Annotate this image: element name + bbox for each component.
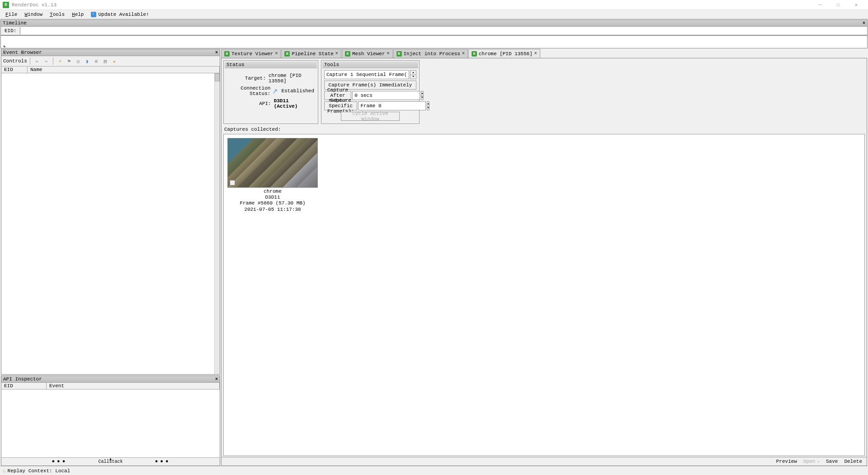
seq-spinner[interactable]: ▲▼ (410, 70, 416, 79)
event-browser-scrollbar[interactable] (214, 73, 220, 374)
dots-icon: ••• (154, 460, 170, 464)
tab-texture-viewer[interactable]: R Texture Viewer × (221, 49, 281, 58)
eid-label: EID: (1, 27, 20, 34)
conn-label: Connection Status: (227, 86, 270, 96)
event-browser-headers: EID Name (1, 66, 220, 73)
chevron-down-icon[interactable]: ▼ (410, 75, 416, 79)
timeline-panel: Timeline × EID: ◣ (0, 19, 868, 48)
col-eid[interactable]: EID (1, 66, 28, 73)
api-inspector-title: API Inspector (3, 376, 42, 382)
flag-icon[interactable]: ⚑ (65, 57, 73, 65)
dots-icon: ••• (51, 460, 67, 464)
clock-icon[interactable]: ◷ (74, 57, 82, 65)
capture-frame: Frame #5860 (57.30 MB) (227, 200, 318, 206)
specific-input[interactable] (358, 101, 426, 110)
capture-name: chrome (227, 189, 318, 195)
save-icon[interactable]: ▤ (101, 57, 109, 65)
tab-icon: R (472, 51, 477, 57)
tab-close-icon[interactable]: × (275, 51, 278, 56)
specific-spinner[interactable]: ▲▼ (427, 101, 429, 110)
bar-chart-icon[interactable]: ▮ (83, 57, 91, 65)
find-icon[interactable]: ⌕ (56, 57, 64, 65)
api-inspector-panel: API Inspector × EID Event ••• ▲ Callstac… (1, 375, 220, 466)
tab-close-icon[interactable]: × (387, 51, 390, 56)
menu-file[interactable]: File (2, 11, 21, 18)
col-name[interactable]: Name (28, 66, 220, 73)
close-button[interactable]: ✕ (847, 0, 865, 10)
captures-footer: Preview Open Save Delete (222, 457, 867, 466)
event-browser-body[interactable] (1, 73, 220, 374)
tab-chrome-pid[interactable]: R chrome [PID 13556] × (468, 49, 540, 58)
delete-button[interactable]: Delete (844, 459, 862, 464)
capture-api: D3D11 (227, 195, 318, 200)
capture-seq-input[interactable] (324, 70, 409, 79)
chevron-up-icon[interactable]: ▲ (410, 71, 416, 75)
update-label: Update Available! (98, 12, 149, 17)
window-controls: ─ ☐ ✕ (811, 0, 865, 10)
menubar: File Window Tools Help Update Available! (0, 10, 868, 19)
minimize-button[interactable]: ─ (811, 0, 829, 10)
timeline-close-icon[interactable]: × (863, 21, 865, 26)
menu-update[interactable]: Update Available! (87, 11, 152, 18)
tab-content: Status Target: chrome [PID 13556] Connec… (221, 58, 867, 466)
tabs-row: R Texture Viewer × R Pipeline State × R … (221, 49, 867, 58)
api-label: API: (227, 101, 271, 106)
capture-specific-button[interactable]: Capture Specific Frame(s): (324, 101, 357, 110)
chevron-down-icon[interactable]: ▼ (427, 106, 429, 110)
menu-window[interactable]: Window (21, 11, 46, 18)
api-inspector-headers: EID Event (1, 383, 220, 390)
tab-close-icon[interactable]: × (335, 51, 338, 56)
status-group: Status Target: chrome [PID 13556] Connec… (223, 60, 318, 124)
tab-inject[interactable]: R Inject into Process × (393, 49, 468, 58)
maximize-button[interactable]: ☐ (829, 0, 847, 10)
target-value: chrome [PID 13556] (269, 73, 314, 84)
api-inspector-footer[interactable]: ••• ▲ Callstack ••• (1, 457, 220, 466)
captures-label: Captures collected: (222, 126, 867, 133)
titlebar: R RenderDoc v1.13 ─ ☐ ✕ (0, 0, 868, 10)
chevron-down-icon[interactable]: ▼ (421, 96, 423, 100)
menu-tools[interactable]: Tools (46, 11, 68, 18)
api-inspector-close-icon[interactable]: × (215, 377, 218, 382)
prev-button[interactable]: ⇐ (33, 57, 41, 65)
menu-help[interactable]: Help (68, 11, 87, 18)
tools-group: Tools ▲▼ Capture Frame(s) Immediately Ca… (321, 60, 420, 124)
tools-title: Tools (322, 62, 418, 68)
controls-label: Controls (3, 58, 27, 64)
capture-timestamp: 2021-07-05 11:17:38 (227, 207, 318, 213)
api-inspector-body[interactable] (1, 390, 220, 457)
gear-icon[interactable]: ⚙ (92, 57, 100, 65)
save-button[interactable]: Save (826, 459, 838, 464)
timeline-title: Timeline (3, 20, 27, 26)
captures-area[interactable]: chrome D3D11 Frame #5860 (57.30 MB) 2021… (223, 134, 865, 456)
timeline-body[interactable]: ◣ (1, 35, 867, 48)
capture-thumbnail (227, 138, 318, 188)
tab-label: chrome [PID 13556] (479, 51, 533, 57)
tab-close-icon[interactable]: × (462, 51, 465, 56)
timeline-title-bar: Timeline × (1, 20, 867, 27)
plug-icon (273, 88, 278, 94)
star-icon[interactable]: ★ (110, 57, 118, 65)
tab-mesh-viewer[interactable]: R Mesh Viewer × (342, 49, 393, 58)
chevron-up-icon[interactable]: ▲ (421, 91, 423, 96)
chevron-up-icon[interactable]: ▲ (427, 102, 429, 106)
preview-button[interactable]: Preview (776, 459, 797, 464)
api-col-event[interactable]: Event (47, 383, 220, 389)
replay-context: Replay Context: Local (8, 468, 71, 474)
eid-input[interactable] (20, 27, 867, 35)
event-browser-title: Event Browser (3, 50, 42, 55)
tab-icon: R (284, 51, 290, 57)
delay-spinner[interactable]: ▲▼ (421, 91, 424, 100)
next-button[interactable]: ⇒ (42, 57, 50, 65)
target-label: Target: (227, 76, 266, 81)
event-browser-close-icon[interactable]: × (215, 50, 218, 55)
tab-close-icon[interactable]: × (534, 51, 537, 56)
delay-input[interactable] (352, 91, 420, 100)
cycle-window-button[interactable]: Cycle Active Window (341, 112, 400, 121)
api-col-eid[interactable]: EID (1, 383, 47, 389)
open-button[interactable]: Open (803, 459, 820, 464)
tab-pipeline-state[interactable]: R Pipeline State × (281, 49, 341, 58)
home-icon: ⌂ (3, 468, 6, 474)
capture-item[interactable]: chrome D3D11 Frame #5860 (57.30 MB) 2021… (227, 138, 318, 214)
api-value: D3D11 (Active) (274, 98, 314, 109)
app-icon: R (3, 2, 9, 8)
